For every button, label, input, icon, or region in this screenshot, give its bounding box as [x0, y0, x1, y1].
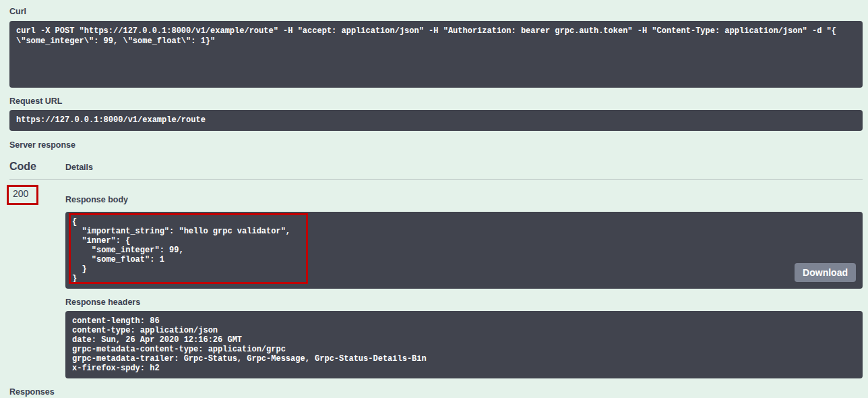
response-headers-block: content-length: 86 content-type: applica…	[65, 311, 863, 378]
responses-heading: Responses	[9, 387, 863, 397]
response-details-cell: Response body { "important_string": "hel…	[65, 185, 863, 378]
response-body-block: { "important_string": "hello grpc valida…	[65, 212, 863, 289]
server-response-label: Server response	[9, 140, 863, 150]
swagger-response-panel: Curl curl -X POST "https://127.0.0.1:800…	[0, 0, 868, 398]
response-table-row: 200 Response body { "important_string": …	[9, 180, 863, 378]
code-column-header: Code	[9, 161, 65, 173]
status-code-cell: 200	[9, 185, 65, 378]
request-url-label: Request URL	[9, 96, 863, 106]
request-url-value: https://127.0.0.1:8000/v1/example/route	[9, 110, 863, 131]
details-column-header: Details	[65, 163, 93, 172]
curl-label: Curl	[9, 7, 863, 16]
response-body-wrap: { "important_string": "hello grpc valida…	[65, 212, 863, 289]
response-headers-label: Response headers	[65, 297, 863, 307]
download-button[interactable]: Download	[795, 263, 856, 282]
response-table-header: Code Details	[9, 150, 863, 180]
status-code-annotation: 200	[7, 185, 38, 205]
curl-command-block[interactable]: curl -X POST "https://127.0.0.1:8000/v1/…	[9, 21, 863, 88]
response-body-label: Response body	[65, 195, 863, 204]
